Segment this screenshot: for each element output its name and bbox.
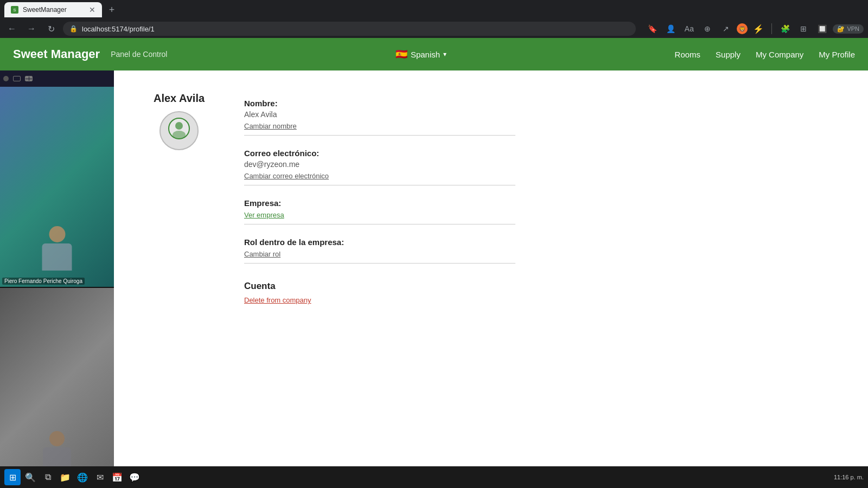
nav-rooms[interactable]: Rooms: [675, 50, 701, 59]
label-empresa: Empresa:: [244, 198, 515, 208]
divider-rol: [244, 263, 515, 264]
profile-page: Alex Avila Nombre: Alex Avil: [114, 70, 868, 488]
field-empresa: Empresa: Ver empresa: [244, 192, 515, 231]
language-selector[interactable]: 🇪🇸 Spanish ▾: [395, 48, 446, 60]
video-panel: Piero Fernando Periche Quiroga Ariana Va…: [0, 87, 114, 488]
taskbar: ⊞ 🔍 ⧉ 📁 🌐 ✉ 📅 💬 11:16 p. m.: [0, 466, 868, 488]
profile-button[interactable]: 👤: [663, 21, 678, 36]
bookmark-button[interactable]: 🔖: [644, 21, 660, 36]
zoom-button[interactable]: ⊕: [700, 21, 715, 36]
breadcrumb: Panel de Control: [111, 50, 167, 59]
svg-point-1: [175, 122, 183, 130]
more-button[interactable]: 🔲: [814, 21, 829, 36]
translate-button[interactable]: Aa: [681, 21, 697, 36]
action-ver-empresa[interactable]: Ver empresa: [244, 211, 284, 219]
new-tab-button[interactable]: +: [104, 2, 119, 17]
divider-email: [244, 185, 515, 185]
video-label-1: Piero Fernando Periche Quiroga: [2, 278, 85, 285]
share-button[interactable]: ↗: [718, 21, 733, 36]
tab-favicon: S: [11, 6, 18, 14]
delete-from-company-link[interactable]: Delete from company: [244, 296, 311, 304]
label-email: Correo electrónico:: [244, 149, 515, 158]
active-tab[interactable]: S SweetManager ✕: [4, 2, 102, 17]
lang-label: Spanish: [411, 50, 440, 59]
video-ctrl-dot: [3, 76, 9, 81]
video-bg-1: [0, 87, 114, 287]
profile-avatar-section: Alex Avila: [146, 92, 212, 150]
navbar: Sweet Manager Panel de Control 🇪🇸 Spanis…: [0, 38, 868, 70]
brave-shield-icon[interactable]: 🦁: [737, 23, 748, 34]
divider: [771, 23, 772, 34]
search-taskbar-icon[interactable]: 🔍: [23, 470, 38, 485]
action-cambiar-rol[interactable]: Cambiar rol: [244, 250, 280, 258]
tab-close-button[interactable]: ✕: [89, 5, 95, 14]
value-nombre: Alex Avila: [244, 110, 515, 119]
avatar: [159, 111, 199, 150]
nav-my-profile[interactable]: My Profile: [819, 50, 855, 59]
value-email: dev@ryzeon.me: [244, 160, 515, 169]
teams-icon[interactable]: 💬: [127, 470, 142, 485]
label-cuenta: Cuenta: [244, 281, 515, 292]
browser-chrome: S SweetManager ✕ + ← → ↻ 🔒 localhost:517…: [0, 0, 868, 38]
file-explorer-icon[interactable]: 📁: [58, 470, 73, 485]
user-icon: [168, 118, 190, 144]
chevron-down-icon: ▾: [443, 50, 446, 58]
app: Sweet Manager Panel de Control 🇪🇸 Spanis…: [0, 38, 868, 488]
main-content: Piero Fernando Periche Quiroga Ariana Va…: [0, 70, 868, 488]
video-ctrl-btn-1[interactable]: [13, 76, 21, 81]
flag-icon: 🇪🇸: [395, 48, 407, 60]
field-rol: Rol dentro de la empresa: Cambiar rol: [244, 231, 515, 270]
field-email: Correo electrónico: dev@ryzeon.me Cambia…: [244, 142, 515, 192]
divider-empresa: [244, 224, 515, 224]
main-nav: Rooms Supply My Company My Profile: [675, 50, 855, 59]
brand-logo[interactable]: Sweet Manager: [13, 47, 100, 61]
svg-point-2: [173, 131, 186, 139]
calendar-icon[interactable]: 📅: [110, 470, 125, 485]
nav-supply[interactable]: Supply: [716, 50, 741, 59]
nav-my-company[interactable]: My Company: [756, 50, 803, 59]
divider-nombre: [244, 135, 515, 136]
forward-button[interactable]: →: [24, 21, 39, 36]
browser-actions: 🔖 👤 Aa ⊕ ↗ 🦁 ⚡ 🧩 ⊞ 🔲 🔐 VPN: [644, 21, 864, 36]
video-controls: [0, 70, 114, 87]
profile-name-header: Alex Avila: [154, 92, 205, 105]
mail-icon[interactable]: ✉: [92, 470, 107, 485]
vpn-icon: 🔐: [837, 25, 845, 33]
field-nombre: Nombre: Alex Avila Cambiar nombre: [244, 92, 515, 142]
browser-taskbar-icon[interactable]: 🌐: [75, 470, 90, 485]
url-bar[interactable]: 🔒 localhost:5174/profile/1: [63, 22, 636, 36]
taskbar-time: 11:16 p. m.: [834, 474, 864, 480]
video-item-1: Piero Fernando Periche Quiroga: [0, 87, 114, 287]
sidebar-button[interactable]: ⊞: [796, 21, 811, 36]
lock-icon: 🔒: [69, 25, 78, 33]
task-view-icon[interactable]: ⧉: [40, 470, 55, 485]
extensions-button[interactable]: ⚡: [751, 21, 766, 36]
profile-fields: Nombre: Alex Avila Cambiar nombre Correo…: [244, 92, 515, 311]
url-text: localhost:5174/profile/1: [82, 25, 155, 33]
tab-title: SweetManager: [23, 6, 67, 14]
action-cambiar-nombre[interactable]: Cambiar nombre: [244, 122, 297, 130]
sidebar-video: Piero Fernando Periche Quiroga Ariana Va…: [0, 70, 114, 488]
reload-button[interactable]: ↻: [43, 21, 59, 36]
video-ctrl-btn-2[interactable]: [25, 76, 33, 81]
action-cambiar-email[interactable]: Cambiar correo electrónico: [244, 172, 329, 180]
address-bar: ← → ↻ 🔒 localhost:5174/profile/1 🔖 👤 Aa …: [0, 20, 868, 38]
back-button[interactable]: ←: [4, 21, 20, 36]
label-rol: Rol dentro de la empresa:: [244, 237, 515, 247]
video-item-2: Ariana Valdivia Alarcón.: [0, 288, 114, 488]
field-cuenta: Cuenta Delete from company: [244, 270, 515, 311]
vpn-button[interactable]: 🔐 VPN: [833, 24, 864, 34]
vpn-label: VPN: [847, 25, 859, 32]
label-nombre: Nombre:: [244, 99, 515, 108]
video-bg-2: [0, 288, 114, 488]
start-button[interactable]: ⊞: [4, 469, 21, 485]
tab-bar: S SweetManager ✕ +: [0, 0, 868, 20]
extensions-puzzle-icon[interactable]: 🧩: [777, 21, 793, 36]
